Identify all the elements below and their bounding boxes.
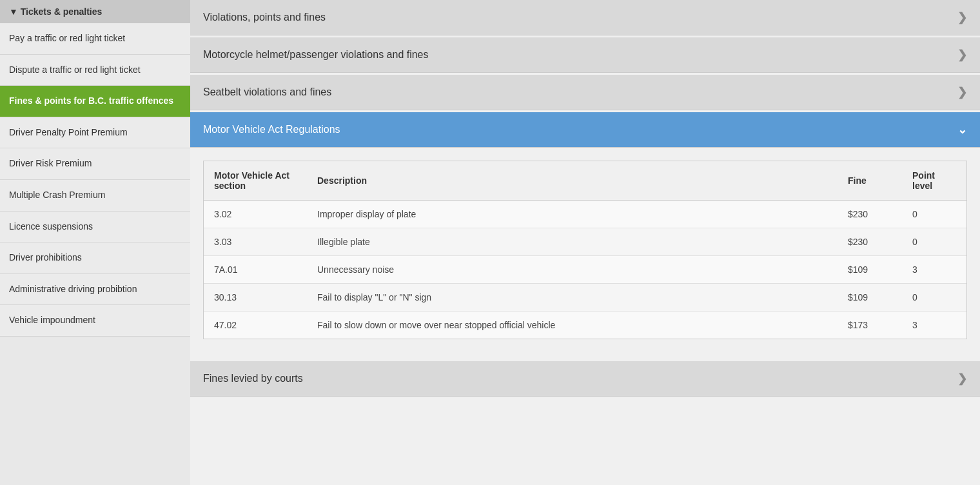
accordion-header-motorcycle-helmet[interactable]: Motorcycle helmet/passenger violations a… bbox=[190, 37, 980, 73]
accordion-content-motor-vehicle-act: Motor Vehicle Act sectionDescriptionFine… bbox=[190, 161, 980, 359]
cell-fine: $230 bbox=[838, 228, 902, 256]
table-row: 3.02Improper display of plate$2300 bbox=[204, 201, 966, 228]
sidebar: ▼ Tickets & penalties Pay a traffic or r… bbox=[0, 0, 190, 485]
sidebar-item-admin-driving[interactable]: Administrative driving probibtion bbox=[0, 274, 190, 306]
table-row: 7A.01Unnecessary noise$1093 bbox=[204, 256, 966, 284]
sidebar-items-container: Pay a traffic or red light ticketDispute… bbox=[0, 23, 190, 337]
col-header-section: Motor Vehicle Act section bbox=[204, 161, 307, 201]
col-header-point_level: Point level bbox=[902, 161, 966, 201]
accordion-label-violations-points: Violations, points and fines bbox=[203, 12, 326, 23]
col-header-description: Description bbox=[307, 161, 838, 201]
cell-fine: $109 bbox=[838, 284, 902, 312]
sidebar-item-fines-points[interactable]: Fines & points for B.C. traffic offences bbox=[0, 86, 190, 117]
sidebar-item-licence-suspensions[interactable]: Licence suspensions bbox=[0, 212, 190, 243]
sidebar-header[interactable]: ▼ Tickets & penalties bbox=[0, 0, 190, 23]
sidebar-item-dispute-ticket[interactable]: Dispute a traffic or red light ticket bbox=[0, 55, 190, 86]
sidebar-item-vehicle-impound[interactable]: Vehicle impoundment bbox=[0, 305, 190, 337]
accordion-chevron-motorcycle-helmet: ❯ bbox=[957, 48, 967, 62]
cell-description: Illegible plate bbox=[307, 228, 838, 256]
sidebar-item-driver-penalty[interactable]: Driver Penalty Point Premium bbox=[0, 117, 190, 149]
cell-description: Unnecessary noise bbox=[307, 256, 838, 284]
accordion-label-motor-vehicle-act: Motor Vehicle Act Regulations bbox=[203, 124, 340, 135]
accordion-chevron-violations-points: ❯ bbox=[957, 10, 967, 25]
accordion-header-seatbelt[interactable]: Seatbelt violations and fines❯ bbox=[190, 75, 980, 110]
cell-point_level: 0 bbox=[902, 284, 966, 312]
fines-courts-header[interactable]: Fines levied by courts ❯ bbox=[190, 361, 980, 397]
sidebar-item-driver-risk[interactable]: Driver Risk Premium bbox=[0, 148, 190, 180]
accordion-violations-points: Violations, points and fines❯ bbox=[190, 0, 980, 35]
accordion-motorcycle-helmet: Motorcycle helmet/passenger violations a… bbox=[190, 37, 980, 73]
fines-courts-chevron: ❯ bbox=[957, 371, 967, 386]
cell-fine: $173 bbox=[838, 312, 902, 339]
cell-section: 3.03 bbox=[204, 228, 307, 256]
accordion-seatbelt: Seatbelt violations and fines❯ bbox=[190, 75, 980, 110]
cell-point_level: 0 bbox=[902, 228, 966, 256]
accordion-header-violations-points[interactable]: Violations, points and fines❯ bbox=[190, 0, 980, 35]
cell-description: Fail to slow down or move over near stop… bbox=[307, 312, 838, 339]
fines-courts-accordion: Fines levied by courts ❯ bbox=[190, 361, 980, 397]
accordion-chevron-seatbelt: ❯ bbox=[957, 85, 967, 99]
sidebar-item-pay-ticket[interactable]: Pay a traffic or red light ticket bbox=[0, 23, 190, 55]
accordion-chevron-motor-vehicle-act: ⌄ bbox=[957, 123, 967, 137]
main-content: Violations, points and fines❯Motorcycle … bbox=[190, 0, 980, 485]
accordion-container: Violations, points and fines❯Motorcycle … bbox=[190, 0, 980, 359]
cell-section: 47.02 bbox=[204, 312, 307, 339]
violations-table-container: Motor Vehicle Act sectionDescriptionFine… bbox=[203, 161, 967, 339]
table-row: 3.03Illegible plate$2300 bbox=[204, 228, 966, 256]
accordion-label-seatbelt: Seatbelt violations and fines bbox=[203, 86, 331, 98]
col-header-fine: Fine bbox=[838, 161, 902, 201]
cell-point_level: 3 bbox=[902, 312, 966, 339]
cell-point_level: 3 bbox=[902, 256, 966, 284]
accordion-group: Violations, points and fines❯Motorcycle … bbox=[190, 0, 980, 397]
cell-description: Fail to display "L" or "N" sign bbox=[307, 284, 838, 312]
sidebar-item-multiple-crash[interactable]: Multiple Crash Premium bbox=[0, 180, 190, 212]
cell-section: 7A.01 bbox=[204, 256, 307, 284]
accordion-label-motorcycle-helmet: Motorcycle helmet/passenger violations a… bbox=[203, 49, 429, 61]
table-row: 47.02Fail to slow down or move over near… bbox=[204, 312, 966, 339]
fines-courts-label: Fines levied by courts bbox=[203, 373, 303, 384]
sidebar-item-driver-prohibitions[interactable]: Driver prohibitions bbox=[0, 243, 190, 274]
sidebar-header-label: ▼ Tickets & penalties bbox=[9, 6, 102, 17]
cell-description: Improper display of plate bbox=[307, 201, 838, 228]
table-row: 30.13Fail to display "L" or "N" sign$109… bbox=[204, 284, 966, 312]
cell-section: 30.13 bbox=[204, 284, 307, 312]
accordion-header-motor-vehicle-act[interactable]: Motor Vehicle Act Regulations⌄ bbox=[190, 112, 980, 148]
cell-fine: $109 bbox=[838, 256, 902, 284]
violations-table: Motor Vehicle Act sectionDescriptionFine… bbox=[204, 161, 966, 339]
cell-fine: $230 bbox=[838, 201, 902, 228]
cell-point_level: 0 bbox=[902, 201, 966, 228]
accordion-motor-vehicle-act: Motor Vehicle Act Regulations⌄Motor Vehi… bbox=[190, 112, 980, 359]
cell-section: 3.02 bbox=[204, 201, 307, 228]
